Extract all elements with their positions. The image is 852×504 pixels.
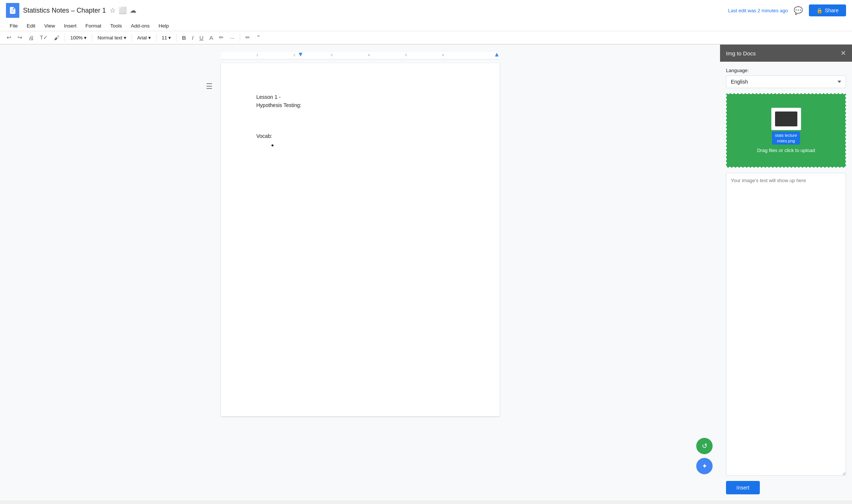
- more-button[interactable]: ···: [227, 33, 237, 42]
- spellcheck-button[interactable]: T✓: [38, 33, 50, 42]
- print-button[interactable]: 🖨: [26, 33, 36, 42]
- highlight-button[interactable]: ✏: [217, 33, 226, 42]
- zoom-value: 100%: [70, 35, 83, 41]
- document-area: ☰ 1 2 3 4 5 6 Lesson 1 - Hypothesis Test…: [0, 45, 720, 500]
- ruler-mark-6: 6: [442, 53, 444, 57]
- menu-file[interactable]: File: [6, 22, 22, 30]
- share-button[interactable]: 🔒 Share: [809, 4, 846, 16]
- language-select[interactable]: English Spanish French German Chinese Ja…: [726, 75, 846, 88]
- panel-title: Img to Docs: [726, 50, 756, 56]
- style-value: Normal text: [97, 35, 122, 41]
- file-screen-preview: [775, 112, 797, 126]
- share-label: Share: [825, 7, 839, 13]
- separator-3: [132, 34, 132, 41]
- file-name-line2: notes.png: [775, 138, 797, 143]
- font-chevron-icon: ▾: [148, 35, 151, 41]
- panel-close-button[interactable]: ✕: [840, 49, 846, 57]
- ruler: 1 2 3 4 5 6: [221, 52, 500, 59]
- vocab-list: •: [264, 142, 464, 150]
- add-icon: ✦: [702, 462, 707, 470]
- separator-6: [240, 34, 240, 41]
- file-name-line1: stats lecture: [775, 133, 797, 138]
- size-chevron-icon: ▾: [168, 35, 171, 41]
- ruler-right-margin: [495, 53, 499, 56]
- language-label: Language:: [726, 68, 846, 73]
- text-color-button[interactable]: A: [207, 33, 215, 42]
- ruler-mark-5: 5: [405, 53, 407, 57]
- file-name-badge: stats lecture notes.png: [772, 132, 800, 145]
- bold-button[interactable]: B: [180, 33, 188, 42]
- language-section: Language: English Spanish French German …: [726, 68, 846, 88]
- menu-help[interactable]: Help: [155, 22, 172, 30]
- refresh-fab[interactable]: ↺: [696, 438, 713, 454]
- panel-header: Img to Docs ✕: [720, 45, 852, 62]
- style-chevron-icon: ▾: [124, 35, 126, 41]
- underline-button[interactable]: U: [197, 33, 206, 42]
- insert-button[interactable]: Insert: [726, 481, 760, 494]
- cloud-icon[interactable]: ☁: [130, 6, 136, 14]
- panel-body: Language: English Spanish French German …: [720, 62, 852, 500]
- lesson-title-line2[interactable]: Hypothesis Testing:: [256, 101, 464, 109]
- docs-logo: [6, 3, 19, 18]
- ruler-mark-2: 2: [294, 53, 296, 57]
- text-output-area[interactable]: [726, 173, 846, 476]
- italic-button[interactable]: I: [190, 33, 196, 42]
- document-page[interactable]: Lesson 1 - Hypothesis Testing: Vocab: •: [221, 63, 500, 416]
- separator-1: [65, 34, 65, 41]
- menu-addons[interactable]: Add-ons: [127, 22, 153, 30]
- menu-format[interactable]: Format: [82, 22, 105, 30]
- undo-button[interactable]: ↩: [4, 33, 14, 42]
- redo-button[interactable]: ↪: [15, 33, 25, 42]
- last-edit-link[interactable]: Last edit was 2 minutes ago: [728, 8, 788, 13]
- document-title: Statistics Notes – Chapter 1: [23, 7, 106, 14]
- bullet-point: •: [271, 141, 274, 149]
- file-preview: stats lecture notes.png: [771, 108, 801, 145]
- ruler-mark-1: 1: [256, 53, 258, 57]
- menu-insert[interactable]: Insert: [60, 22, 80, 30]
- separator-5: [176, 34, 177, 41]
- upload-area[interactable]: stats lecture notes.png Drag files or cl…: [726, 93, 846, 168]
- folder-icon[interactable]: ⬜: [119, 6, 127, 14]
- vocab-label[interactable]: Vocab:: [256, 132, 464, 140]
- ruler-mark-3: 3: [331, 53, 333, 57]
- vocab-section: Vocab: •: [256, 132, 464, 151]
- page-content: Lesson 1 - Hypothesis Testing: Vocab: •: [256, 93, 464, 151]
- add-fab[interactable]: ✦: [696, 458, 713, 474]
- paint-format-button[interactable]: 🖌: [52, 33, 62, 42]
- menu-edit[interactable]: Edit: [23, 22, 39, 30]
- img-to-docs-panel: Img to Docs ✕ Language: English Spanish …: [720, 45, 852, 500]
- refresh-icon: ↺: [702, 442, 707, 450]
- zoom-select[interactable]: 100% ▾: [68, 33, 89, 42]
- separator-4: [156, 34, 156, 41]
- menu-bar: File Edit View Insert Format Tools Add-o…: [0, 21, 852, 31]
- upload-text: Drag files or click to upload: [757, 148, 815, 153]
- lesson-title-line1[interactable]: Lesson 1 -: [256, 93, 464, 101]
- font-value: Arial: [137, 35, 147, 41]
- font-select[interactable]: Arial ▾: [135, 33, 153, 42]
- lock-icon: 🔒: [816, 7, 823, 13]
- size-value: 11: [162, 35, 167, 41]
- vocab-bullet-item[interactable]: •: [271, 142, 464, 150]
- format-mode-button[interactable]: ✏: [243, 33, 252, 42]
- comments-icon[interactable]: 💬: [792, 4, 805, 17]
- menu-tools[interactable]: Tools: [107, 22, 126, 30]
- expand-button[interactable]: ⌃: [254, 33, 263, 42]
- doc-outline-icon[interactable]: ☰: [206, 82, 213, 91]
- file-thumbnail: [771, 108, 801, 130]
- size-select[interactable]: 11 ▾: [159, 33, 173, 42]
- style-select[interactable]: Normal text ▾: [95, 33, 128, 42]
- title-action-icons: ☆ ⬜ ☁: [110, 6, 136, 14]
- star-icon[interactable]: ☆: [110, 6, 116, 14]
- toolbar: ↩ ↪ 🖨 T✓ 🖌 100% ▾ Normal text ▾ Arial ▾ …: [0, 31, 852, 44]
- main-layout: ☰ 1 2 3 4 5 6 Lesson 1 - Hypothesis Test…: [0, 45, 852, 500]
- fab-area: ↺ ✦: [696, 438, 713, 474]
- ruler-mark-4: 4: [368, 53, 370, 57]
- menu-view[interactable]: View: [41, 22, 59, 30]
- ruler-indent-marker: [299, 53, 303, 56]
- separator-2: [92, 34, 92, 41]
- zoom-chevron-icon: ▾: [84, 35, 87, 41]
